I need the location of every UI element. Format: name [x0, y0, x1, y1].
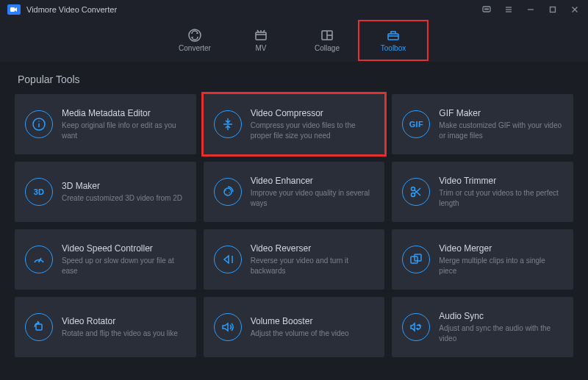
card-text: Video ReverserReverse your video and tur…	[251, 243, 375, 276]
tool-card-gif[interactable]: GIFGIF MakerMake customized GIF with you…	[392, 94, 573, 154]
tab-label: Collage	[315, 44, 340, 52]
card-desc: Adjust and sync the audio with the video	[439, 323, 563, 343]
card-title: Video Rotator	[62, 316, 178, 326]
mv-icon	[254, 29, 268, 42]
window-controls	[481, 4, 581, 15]
3d-icon: 3D	[25, 178, 53, 206]
svg-rect-13	[256, 32, 266, 40]
menu-icon[interactable]	[503, 4, 514, 15]
app-logo-icon	[7, 4, 21, 15]
card-desc: Merge multiple clips into a single piece	[439, 256, 563, 276]
svg-point-27	[412, 193, 415, 197]
tool-grid: Media Metadata EditorKeep original file …	[15, 94, 573, 357]
card-title: Video Merger	[439, 243, 563, 254]
svg-point-26	[412, 187, 415, 191]
card-title: GIF Maker	[439, 108, 563, 118]
collage-icon	[320, 29, 334, 42]
convert-icon	[187, 29, 202, 42]
tabs: Converter MV Collage Toolbox	[0, 19, 588, 62]
svg-point-24	[229, 192, 230, 193]
tool-card-merge[interactable]: Video MergerMerge multiple clips into a …	[392, 229, 573, 290]
svg-rect-34	[36, 324, 42, 330]
card-desc: Rotate and flip the video as you like	[62, 329, 178, 339]
card-text: Media Metadata EditorKeep original file …	[62, 108, 186, 140]
card-title: Video Enhancer	[251, 176, 375, 186]
tab-label: Toolbox	[381, 44, 406, 52]
card-title: Video Compressor	[251, 108, 375, 118]
section-title: Popular Tools	[18, 74, 570, 85]
close-icon[interactable]	[569, 4, 581, 15]
sync-icon	[402, 313, 430, 341]
main-content: Popular Tools Media Metadata EditorKeep …	[0, 62, 588, 365]
info-icon	[25, 110, 53, 138]
speed-icon	[25, 245, 53, 273]
card-text: Video TrimmerTrim or cut your videos to …	[439, 176, 563, 208]
tab-label: Converter	[179, 44, 211, 52]
gif-icon: GIF	[402, 110, 430, 138]
feedback-icon[interactable]	[481, 4, 492, 15]
card-title: Volume Booster	[251, 316, 349, 326]
compress-icon	[214, 110, 242, 138]
app-title: Vidmore Video Converter	[26, 5, 481, 14]
tab-mv[interactable]: MV	[228, 21, 294, 60]
card-title: Video Trimmer	[439, 176, 563, 186]
svg-point-2	[485, 9, 486, 10]
svg-point-3	[487, 9, 487, 10]
card-text: GIF MakerMake customized GIF with your v…	[439, 108, 563, 140]
svg-point-31	[38, 261, 40, 262]
svg-point-25	[226, 193, 227, 194]
card-desc: Improve your video quality in several wa…	[251, 188, 375, 208]
tab-collage[interactable]: Collage	[294, 21, 360, 60]
card-text: Audio SyncAdjust and sync the audio with…	[439, 311, 563, 343]
minimize-icon[interactable]	[525, 4, 537, 15]
card-desc: Create customized 3D video from 2D	[62, 193, 182, 204]
tool-card-sync[interactable]: Audio SyncAdjust and sync the audio with…	[392, 297, 573, 357]
titlebar: Vidmore Video Converter	[0, 0, 588, 19]
svg-rect-0	[10, 7, 15, 12]
card-title: Video Speed Controller	[62, 243, 186, 254]
card-title: Video Reverser	[251, 243, 375, 254]
tool-card-enhance[interactable]: Video EnhancerImprove your video quality…	[204, 162, 385, 222]
toolbox-icon	[386, 29, 401, 42]
card-desc: Speed up or slow down your file at ease	[62, 256, 186, 276]
card-desc: Reverse your video and turn it backwards	[251, 256, 375, 276]
tab-converter[interactable]: Converter	[162, 21, 228, 60]
tool-card-volume[interactable]: Volume BoosterAdjust the volume of the v…	[204, 297, 385, 357]
rotate-icon	[25, 313, 53, 341]
card-title: Media Metadata Editor	[62, 108, 186, 118]
svg-point-19	[38, 121, 40, 122]
card-text: Video MergerMerge multiple clips into a …	[439, 243, 563, 276]
svg-rect-9	[551, 7, 556, 12]
reverse-icon	[214, 245, 242, 273]
tool-card-compress[interactable]: Video CompressorCompress your video file…	[204, 94, 385, 154]
volume-icon	[214, 313, 242, 341]
card-desc: Make customized GIF with your video or i…	[439, 121, 563, 140]
svg-rect-17	[388, 34, 398, 40]
tool-card-reverse[interactable]: Video ReverserReverse your video and tur…	[204, 229, 385, 290]
svg-point-4	[488, 9, 489, 10]
card-text: Video RotatorRotate and flip the video a…	[62, 316, 178, 339]
card-title: Audio Sync	[439, 311, 563, 321]
merge-icon	[402, 245, 430, 273]
maximize-icon[interactable]	[547, 4, 559, 15]
tool-card-3d[interactable]: 3D3D MakerCreate customized 3D video fro…	[15, 162, 196, 222]
card-desc: Compress your video files to the proper …	[251, 121, 375, 140]
tool-card-speed[interactable]: Video Speed ControllerSpeed up or slow d…	[15, 229, 196, 290]
card-text: Video CompressorCompress your video file…	[251, 108, 375, 140]
card-text: 3D MakerCreate customized 3D video from …	[62, 181, 182, 204]
tool-card-rotate[interactable]: Video RotatorRotate and flip the video a…	[15, 297, 196, 357]
card-desc: Keep original file info or edit as you w…	[62, 121, 186, 140]
enhance-icon	[214, 178, 242, 206]
card-text: Video Speed ControllerSpeed up or slow d…	[62, 243, 186, 276]
svg-point-23	[225, 190, 226, 191]
tool-card-info[interactable]: Media Metadata EditorKeep original file …	[15, 94, 196, 154]
card-desc: Adjust the volume of the video	[251, 329, 349, 339]
card-desc: Trim or cut your videos to the perfect l…	[439, 188, 563, 208]
card-text: Volume BoosterAdjust the volume of the v…	[251, 316, 349, 339]
svg-point-22	[224, 188, 232, 196]
tab-label: MV	[256, 44, 267, 52]
trim-icon	[402, 178, 430, 206]
tool-card-trim[interactable]: Video TrimmerTrim or cut your videos to …	[392, 162, 573, 222]
tab-toolbox[interactable]: Toolbox	[360, 21, 426, 60]
card-text: Video EnhancerImprove your video quality…	[251, 176, 375, 208]
